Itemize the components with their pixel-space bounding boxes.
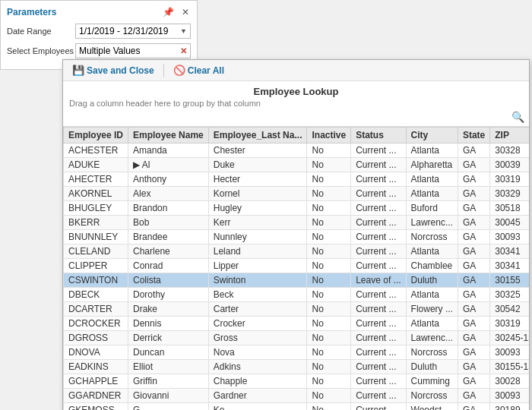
cell-2: Duke	[208, 158, 307, 172]
cell-4: Current ...	[351, 302, 406, 317]
cell-4: Current ...	[351, 158, 406, 172]
cell-3: No	[307, 201, 351, 216]
cell-4: Current ...	[351, 345, 406, 360]
table-row[interactable]: BKERR BobKerrNoCurrent ...Lawrenc...GA30…	[64, 216, 530, 230]
table-row[interactable]: DCROCKER DennisCrockerNoCurrent ...Atlan…	[64, 317, 530, 331]
cell-2: Chester	[208, 144, 307, 158]
search-button[interactable]: 🔍	[511, 111, 524, 123]
col-header-city[interactable]: City	[406, 128, 458, 144]
pin-button[interactable]: 📌	[161, 7, 176, 17]
col-header-zip[interactable]: ZIP	[490, 128, 529, 144]
cell-3: No	[307, 158, 351, 172]
table-row[interactable]: GGARDNER GiovanniGardnerNoCurrent ...Nor…	[64, 389, 530, 403]
save-and-close-button[interactable]: 💾 Save and Close	[68, 63, 159, 77]
col-header-status[interactable]: Status	[351, 128, 406, 144]
cell-0: CLELAND	[64, 244, 128, 259]
clear-all-button[interactable]: 🚫 Clear All	[169, 63, 229, 77]
table-row[interactable]: DNOVA DuncanNovaNoCurrent ...NorcrossGA3…	[64, 345, 530, 360]
cell-5: Lawrenc...	[406, 216, 458, 230]
cell-7: 30319	[490, 317, 529, 331]
cell-7: 30093	[490, 345, 529, 360]
date-range-label: Date Range	[7, 27, 75, 36]
table-row[interactable]: BNUNNLEY BrandeeNunnleyNoCurrent ...Norc…	[64, 230, 530, 244]
table-row[interactable]: CLIPPER ConradLipperNoCurrent ...Chamble…	[64, 259, 530, 273]
table-row[interactable]: ACHESTER AmandaChesterNoCurrent ...Atlan…	[64, 144, 530, 158]
cell-1: Griffin	[128, 374, 209, 389]
clear-employees-button[interactable]: ✕	[180, 46, 187, 56]
cell-5: Norcross	[406, 389, 458, 403]
toolbar-separator	[163, 64, 164, 77]
table-row[interactable]: DGROSS DerrickGrossNoCurrent ...Lawrenc.…	[64, 331, 530, 345]
cell-2: Kerr	[208, 216, 307, 230]
cell-5: Atlanta	[406, 317, 458, 331]
table-row[interactable]: BHUGLEY BrandonHugleyNoCurrent ...Buford…	[64, 201, 530, 216]
cell-0: EADKINS	[64, 360, 128, 374]
cell-6: GA	[458, 172, 489, 187]
table-row[interactable]: AKORNEL AlexKornelNoCurrent ...AtlantaGA…	[64, 187, 530, 201]
col-header-name[interactable]: Employee Name	[128, 128, 209, 144]
cell-4: Current ...	[351, 288, 406, 302]
cell-6: GA	[458, 230, 489, 244]
cell-0: GKEMOSS	[64, 403, 128, 411]
cell-4: Current ...	[351, 389, 406, 403]
cell-7: 30518	[490, 201, 529, 216]
lookup-title: Employee Lookup	[63, 81, 529, 99]
col-header-state[interactable]: State	[458, 128, 489, 144]
cell-0: DBECK	[64, 288, 128, 302]
cell-2: Adkins	[208, 360, 307, 374]
cell-3: No	[307, 403, 351, 411]
cell-4: Current ...	[351, 244, 406, 259]
table-row[interactable]: GCHAPPLE GriffinChappleNoCurrent ...Cumm…	[64, 374, 530, 389]
cell-6: GA	[458, 360, 489, 374]
cell-5: Chamblee	[406, 259, 458, 273]
cell-7: 30189	[490, 403, 529, 411]
col-header-inactive[interactable]: Inactive	[307, 128, 351, 144]
cell-7: 30155-15...	[490, 360, 529, 374]
cell-1: Amanda	[128, 144, 209, 158]
table-row[interactable]: GKEMOSS GKe...NoCurrent ...Woodst...GA30…	[64, 403, 530, 411]
cell-5: Atlanta	[406, 187, 458, 201]
cell-7: 30045	[490, 216, 529, 230]
lookup-table-wrap[interactable]: Employee ID Employee Name Employee_Last …	[63, 126, 529, 410]
employee-lookup-popup: 💾 Save and Close 🚫 Clear All Employee Lo…	[62, 59, 530, 410]
table-row[interactable]: DBECK DorothyBeckNoCurrent ...AtlantaGA3…	[64, 288, 530, 302]
cell-7: 30319	[490, 172, 529, 187]
save-and-close-label: Save and Close	[87, 65, 154, 76]
cell-6: GA	[458, 331, 489, 345]
save-icon: 💾	[72, 65, 84, 76]
cell-5: Duluth	[406, 273, 458, 288]
cell-2: Ke...	[208, 403, 307, 411]
date-range-row: Date Range 1/1/2019 - 12/31/2019 ▼	[7, 24, 191, 39]
col-header-id[interactable]: Employee ID	[64, 128, 128, 144]
cell-0: DCARTER	[64, 302, 128, 317]
cell-3: No	[307, 273, 351, 288]
select-employees-value: Multiple Values	[79, 46, 140, 56]
cell-4: Current ...	[351, 317, 406, 331]
table-row[interactable]: AHECTER AnthonyHecterNoCurrent ...Atlant…	[64, 172, 530, 187]
cell-6: GA	[458, 144, 489, 158]
cell-0: DGROSS	[64, 331, 128, 345]
date-range-input[interactable]: 1/1/2019 - 12/31/2019 ▼	[75, 24, 191, 39]
cell-1: Charlene	[128, 244, 209, 259]
cell-5: Atlanta	[406, 144, 458, 158]
select-employees-input[interactable]: Multiple Values ✕	[75, 43, 191, 58]
table-row[interactable]: EADKINS ElliotAdkinsNoCurrent ...DuluthG…	[64, 360, 530, 374]
cell-0: ACHESTER	[64, 144, 128, 158]
cell-1: Giovanni	[128, 389, 209, 403]
table-row[interactable]: ADUKE▶ AlDukeNoCurrent ...AlpharettaGA30…	[64, 158, 530, 172]
cell-1: Conrad	[128, 259, 209, 273]
dropdown-arrow-icon: ▼	[180, 27, 187, 35]
col-header-last[interactable]: Employee_Last Na...	[208, 128, 307, 144]
cell-7: 30245-12...	[490, 331, 529, 345]
cell-1: Drake	[128, 302, 209, 317]
table-row[interactable]: DCARTER DrakeCarterNoCurrent ...Flowery …	[64, 302, 530, 317]
cell-3: No	[307, 216, 351, 230]
cell-4: Current ...	[351, 144, 406, 158]
cell-1: Dorothy	[128, 288, 209, 302]
cell-0: CSWINTON	[64, 273, 128, 288]
cell-2: Kornel	[208, 187, 307, 201]
cell-2: Leland	[208, 244, 307, 259]
table-row[interactable]: CSWINTON ColistaSwintonNoLeave of ...Dul…	[64, 273, 530, 288]
close-button[interactable]: ✕	[180, 7, 191, 17]
table-row[interactable]: CLELAND CharleneLelandNoCurrent ...Atlan…	[64, 244, 530, 259]
